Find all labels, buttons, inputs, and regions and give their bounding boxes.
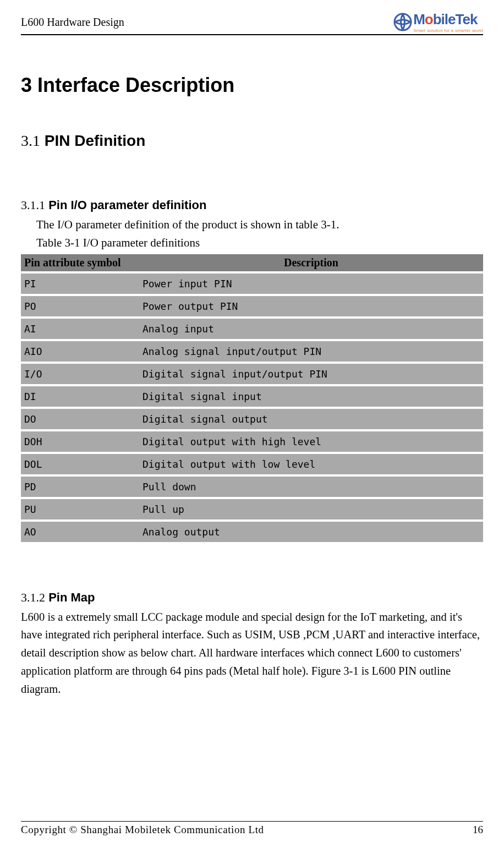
cell-symbol: AIO xyxy=(21,341,139,362)
subsection-heading: 3.1.2 Pin Map xyxy=(21,590,483,605)
cell-symbol: DOL xyxy=(21,454,139,474)
table-row: DOLDigital output with low level xyxy=(21,454,483,474)
table-header-row: Pin attribute symbol Description xyxy=(21,254,483,271)
logo-text: MobileTek xyxy=(413,11,483,28)
section-title: PIN Definition xyxy=(45,132,146,149)
cell-symbol: I/O xyxy=(21,364,139,384)
logo-subtitle: Smart solution for a smarter world xyxy=(413,28,483,33)
table-row: PUPull up xyxy=(21,499,483,519)
copyright-text: Copyright © Shanghai Mobiletek Communica… xyxy=(21,824,264,836)
cell-description: Analog output xyxy=(139,522,483,542)
page-footer: Copyright © Shanghai Mobiletek Communica… xyxy=(21,821,483,836)
cell-description: Power input PIN xyxy=(139,273,483,294)
cell-symbol: DOH xyxy=(21,431,139,452)
table-row: I/ODigital signal input/output PIN xyxy=(21,364,483,384)
cell-description: Pull down xyxy=(139,477,483,497)
table-row: POPower output PIN xyxy=(21,296,483,316)
subsection-number: 3.1.1 xyxy=(21,198,45,212)
logo-globe-icon xyxy=(393,13,412,31)
subsection-number: 3.1.2 xyxy=(21,590,45,604)
table-row: DODigital signal output xyxy=(21,409,483,429)
cell-symbol: PU xyxy=(21,499,139,519)
doc-title: L600 Hardware Design xyxy=(21,16,124,29)
cell-symbol: PO xyxy=(21,296,139,316)
paragraph: L600 is a extremely small LCC package mo… xyxy=(21,608,483,698)
table-row: DIDigital signal input xyxy=(21,386,483,407)
svg-point-0 xyxy=(395,14,411,30)
cell-description: Power output PIN xyxy=(139,296,483,316)
paragraph: The I/O parameter definition of the prod… xyxy=(36,216,483,234)
page-number: 16 xyxy=(473,824,483,836)
io-parameter-table: Pin attribute symbol Description PIPower… xyxy=(21,252,483,544)
chapter-heading: 3 Interface Description xyxy=(21,74,483,97)
table-row: AIOAnalog signal input/output PIN xyxy=(21,341,483,362)
table-caption-text: I/O parameter definitions xyxy=(80,236,200,249)
cell-description: Analog input xyxy=(139,319,483,339)
column-header-description: Description xyxy=(139,254,483,271)
table-caption: Table 3-1 I/O parameter definitions xyxy=(36,236,483,250)
table-caption-label: Table 3-1 xyxy=(36,236,80,249)
cell-symbol: DI xyxy=(21,386,139,407)
cell-description: Digital signal output xyxy=(139,409,483,429)
cell-description: Digital signal input xyxy=(139,386,483,407)
cell-description: Analog signal input/output PIN xyxy=(139,341,483,362)
cell-description: Pull up xyxy=(139,499,483,519)
section-heading: 3.1 PIN Definition xyxy=(21,132,483,150)
subsection-heading: 3.1.1 Pin I/O parameter definition xyxy=(21,198,483,212)
table-row: PIPower input PIN xyxy=(21,273,483,294)
cell-description: Digital signal input/output PIN xyxy=(139,364,483,384)
cell-symbol: AI xyxy=(21,319,139,339)
cell-description: Digital output with low level xyxy=(139,454,483,474)
page-header: L600 Hardware Design MobileTek Smart sol… xyxy=(21,11,483,35)
table-row: AIAnalog input xyxy=(21,319,483,339)
cell-symbol: PI xyxy=(21,273,139,294)
table-row: DOHDigital output with high level xyxy=(21,431,483,452)
section-number: 3.1 xyxy=(21,132,40,149)
table-row: AOAnalog output xyxy=(21,522,483,542)
cell-symbol: PD xyxy=(21,477,139,497)
company-logo: MobileTek Smart solution for a smarter w… xyxy=(393,11,483,33)
cell-description: Digital output with high level xyxy=(139,431,483,452)
table-row: PDPull down xyxy=(21,477,483,497)
subsection-title: Pin Map xyxy=(48,590,95,604)
column-header-symbol: Pin attribute symbol xyxy=(21,254,139,271)
subsection-title: Pin I/O parameter definition xyxy=(48,198,206,212)
cell-symbol: AO xyxy=(21,522,139,542)
cell-symbol: DO xyxy=(21,409,139,429)
